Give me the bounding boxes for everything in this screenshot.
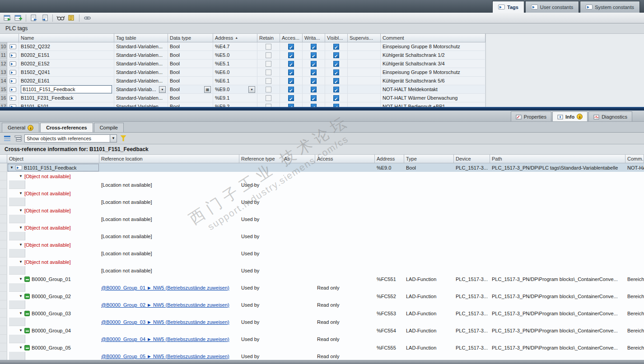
plc-tag-row[interactable]: 11 B0202_E151 Standard-Variablen...▾ Boo… xyxy=(0,51,485,60)
column-header-name[interactable]: Name xyxy=(19,34,114,42)
comment-cell[interactable]: Kühlgerät Schaltschrank 5/6 xyxy=(381,77,485,85)
collapse-entries-icon[interactable] xyxy=(3,134,12,143)
supervision-cell[interactable] xyxy=(348,85,381,93)
tag-name-cell[interactable]: B1101_F231_Feedback xyxy=(19,94,114,102)
tag-table-cell[interactable]: Standard-Variablen...▾ xyxy=(114,102,168,107)
xref-row[interactable]: ▼ [Object not available] xyxy=(0,172,644,180)
xref-row[interactable]: ▼ [Location not available] Used by xyxy=(0,266,644,275)
tag-name[interactable]: B0202_E152 xyxy=(21,60,112,67)
plc-tag-row[interactable]: 16 B1101_F231_Feedback Standard-Variable… xyxy=(0,94,485,102)
reference-location-cell[interactable] xyxy=(99,309,239,318)
xref-row[interactable]: ▼ [Location not available] Used by xyxy=(0,232,644,240)
expand-arrow-icon[interactable]: ▼ xyxy=(19,207,23,215)
reference-filter-select[interactable]: Show objects with references ▼ xyxy=(24,134,117,143)
tag-table-cell[interactable]: Standard-Variablen...▾ xyxy=(114,68,168,76)
xref-row[interactable]: ▼ @B0000_Group_04 ► NW5 (Betriebszuständ… xyxy=(0,335,644,343)
writable-checkbox[interactable] xyxy=(311,87,317,92)
reference-location-cell[interactable] xyxy=(99,189,239,198)
reference-location-link[interactable]: @B0000_Group_01 ► NW5 (Betriebszustände … xyxy=(101,284,229,292)
object-cell[interactable]: ▼ B0000_Group_01 xyxy=(7,275,99,283)
expand-arrow-icon[interactable]: ▼ xyxy=(19,258,23,266)
xref-row[interactable]: ▼ [Location not available] Used by xyxy=(0,249,644,258)
reference-location-cell[interactable]: [Location not available] xyxy=(99,249,239,258)
comment-cell[interactable]: Kühlgerät Schaltschrank 1/2 xyxy=(381,51,485,59)
tab-properties[interactable]: Properties xyxy=(511,111,551,121)
object-name[interactable]: [Object not available] xyxy=(24,207,71,215)
tab-compile[interactable]: Compile xyxy=(94,123,124,132)
supervision-cell[interactable] xyxy=(348,77,381,85)
comment-cell[interactable]: NOT-HALT Wärmer Überwachung xyxy=(381,94,485,102)
column-header-path[interactable]: Path xyxy=(490,155,625,163)
reference-location-link[interactable]: [Location not available] xyxy=(101,181,152,189)
object-cell[interactable]: ▼ xyxy=(7,232,99,240)
writable-checkbox[interactable] xyxy=(311,44,317,50)
writable-checkbox[interactable] xyxy=(311,61,317,67)
xref-row[interactable]: ▼ @B0000_Group_01 ► NW5 (Betriebszuständ… xyxy=(0,283,644,292)
data-type-cell[interactable]: Bool▦ xyxy=(168,60,213,68)
object-cell[interactable]: ▼ B0000_Group_04 xyxy=(7,326,99,335)
expand-arrow-icon[interactable]: ▼ xyxy=(19,327,23,335)
visible-checkbox[interactable] xyxy=(333,61,339,67)
column-header-address[interactable]: Address ▲ xyxy=(213,34,257,42)
column-header-type[interactable]: Type xyxy=(404,155,454,163)
object-name[interactable]: [Object not available] xyxy=(24,189,71,198)
retain-checkbox[interactable] xyxy=(266,44,271,50)
xref-row[interactable]: ▼ B0000_Group_01 %FC551 LAD-Function PLC… xyxy=(0,275,644,283)
tab-info[interactable]: Info i xyxy=(552,111,588,121)
object-cell[interactable]: ▼ B0000_Group_02 xyxy=(7,292,99,300)
object-cell[interactable]: ▼ [Object not available] xyxy=(7,172,99,180)
visible-checkbox[interactable] xyxy=(333,78,339,84)
column-header-xref-address[interactable]: Address xyxy=(375,155,404,163)
tag-name-cell[interactable]: B0202_E161 xyxy=(19,77,114,85)
tag-name-cell[interactable]: B1502_Q241 xyxy=(19,68,114,76)
object-cell[interactable]: ▼ xyxy=(7,352,99,360)
column-header-visible[interactable]: Visibl... xyxy=(325,34,348,42)
column-header-object[interactable]: Object xyxy=(7,155,99,163)
object-name[interactable]: B0000_Group_04 xyxy=(32,327,71,335)
xref-row[interactable]: ▼ [Location not available] Used by xyxy=(0,180,644,189)
reference-location-cell[interactable] xyxy=(99,292,239,300)
column-header-accessible[interactable]: Acces... xyxy=(280,34,303,42)
column-header-device[interactable]: Device xyxy=(454,155,490,163)
writable-checkbox[interactable] xyxy=(311,95,317,101)
address-cell[interactable]: %E6.1▾ xyxy=(213,77,257,85)
object-name[interactable]: B0000_Group_05 xyxy=(32,344,71,352)
data-type-cell[interactable]: Bool▦ xyxy=(168,102,213,107)
xref-row[interactable]: ▼ B0000_Group_05 %FC555 LAD-Function PLC… xyxy=(0,343,644,352)
tag-name-cell[interactable]: B0202_E151 xyxy=(19,51,114,59)
add-row-icon[interactable] xyxy=(14,14,23,23)
writable-checkbox[interactable] xyxy=(311,104,317,107)
object-cell[interactable]: ▼ xyxy=(7,198,99,206)
visible-checkbox[interactable] xyxy=(333,52,339,58)
tab-tags[interactable]: Tags xyxy=(492,1,524,13)
accessible-checkbox[interactable] xyxy=(288,69,294,75)
object-name[interactable]: B0000_Group_02 xyxy=(32,292,71,300)
supervision-cell[interactable] xyxy=(348,42,381,51)
supervision-cell[interactable] xyxy=(348,68,381,76)
visible-checkbox[interactable] xyxy=(333,69,339,75)
plc-tag-row[interactable]: 17 B1101_F101 Standard-Variablen...▾ Boo… xyxy=(0,102,485,107)
tag-name-cell[interactable]: B1502_Q232 xyxy=(19,42,114,51)
reference-location-link[interactable]: [Location not available] xyxy=(101,267,152,275)
column-header-as[interactable]: As xyxy=(282,155,315,163)
xref-row[interactable]: ▼ [Object not available] xyxy=(0,189,644,198)
visible-checkbox[interactable] xyxy=(333,95,339,101)
tag-name[interactable]: B0202_E151 xyxy=(21,51,112,59)
writable-checkbox[interactable] xyxy=(311,52,317,58)
reference-location-cell[interactable]: [Location not available] xyxy=(99,215,239,223)
expand-arrow-icon[interactable]: ▼ xyxy=(19,241,23,249)
supervision-cell[interactable] xyxy=(348,60,381,68)
tag-name[interactable]: B1502_Q232 xyxy=(21,43,112,50)
column-header-supervision[interactable]: Supervis... xyxy=(348,34,381,42)
supervision-cell[interactable] xyxy=(348,51,381,59)
tag-table-cell[interactable]: Standard-Variablen...▾ xyxy=(114,94,168,102)
plc-tag-row[interactable]: 14 B0202_E161 Standard-Variablen...▾ Boo… xyxy=(0,77,485,85)
object-cell[interactable]: ▼ [Object not available] xyxy=(7,189,99,198)
object-cell[interactable]: ▼ xyxy=(7,283,99,292)
object-cell[interactable]: ▼ xyxy=(7,300,99,309)
address-cell[interactable]: %E5.0▾ xyxy=(213,51,257,59)
tag-name[interactable]: B0202_E161 xyxy=(21,77,112,84)
reference-location-cell[interactable] xyxy=(99,163,239,172)
accessible-checkbox[interactable] xyxy=(288,95,294,101)
address-cell[interactable]: %E4.7▾ xyxy=(213,42,257,51)
